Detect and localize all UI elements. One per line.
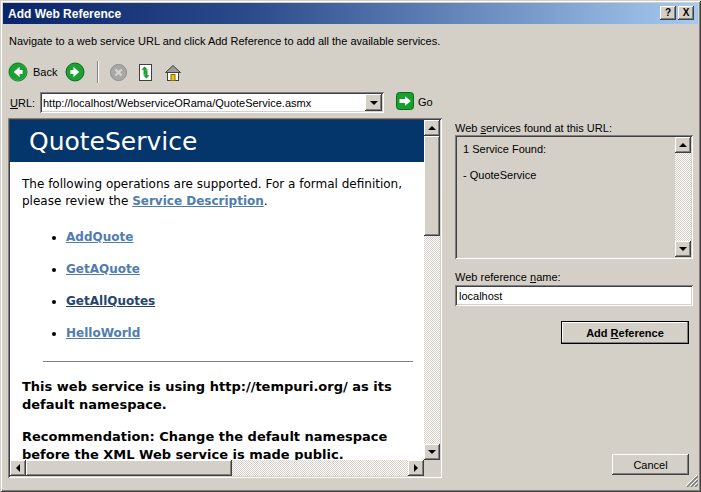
- service-help-page: QuoteService The following operations ar…: [10, 120, 424, 460]
- back-icon: [8, 62, 28, 82]
- arrow-right-icon: [414, 464, 418, 472]
- scroll-down-button[interactable]: [424, 444, 440, 460]
- forward-button[interactable]: [65, 62, 85, 82]
- dialog-instruction: Navigate to a web service URL and click …: [9, 35, 440, 47]
- operation-item: AddQuote: [66, 230, 424, 244]
- toolbar-separator: [97, 61, 99, 83]
- reference-name-label: Web reference name:: [455, 271, 561, 283]
- stop-button: [109, 63, 128, 82]
- close-button[interactable]: X: [678, 6, 694, 20]
- service-list-item[interactable]: - QuoteService: [463, 169, 671, 182]
- listbox-scrollbar[interactable]: [675, 137, 691, 257]
- stop-icon: [109, 63, 128, 82]
- title-bar[interactable]: Add Web Reference ? X: [3, 3, 698, 24]
- horizontal-scrollbar[interactable]: [10, 460, 424, 476]
- operations-list: AddQuote GetAQuote GetAllQuotes HelloWor…: [10, 230, 424, 340]
- help-button[interactable]: ?: [660, 6, 676, 20]
- service-title-banner: QuoteService: [10, 120, 424, 162]
- scroll-right-button[interactable]: [408, 460, 424, 476]
- operation-item: GetAQuote: [66, 262, 424, 276]
- arrow-left-icon: [16, 464, 20, 472]
- operation-item: GetAllQuotes: [66, 294, 424, 308]
- operation-link-addquote[interactable]: AddQuote: [66, 230, 133, 244]
- operation-item: HelloWorld: [66, 326, 424, 340]
- back-button[interactable]: Back: [8, 62, 57, 82]
- vertical-scrollbar[interactable]: [424, 120, 440, 460]
- namespace-heading: This web service is using http://tempuri…: [22, 378, 410, 414]
- url-combobox[interactable]: [40, 92, 384, 113]
- add-web-reference-dialog: Add Web Reference ? X Navigate to a web …: [0, 0, 701, 492]
- resize-grip-icon[interactable]: [685, 474, 698, 489]
- browser-toolbar: Back: [8, 59, 191, 85]
- add-reference-button[interactable]: Add Reference: [561, 321, 689, 344]
- services-found-listbox[interactable]: 1 Service Found: - QuoteService: [455, 135, 693, 259]
- scroll-up-button[interactable]: [675, 137, 691, 153]
- home-icon: [163, 63, 183, 82]
- cancel-button[interactable]: Cancel: [612, 454, 689, 475]
- go-icon: [396, 92, 414, 112]
- recommendation-heading: Recommendation: Change the default names…: [22, 428, 410, 460]
- home-button[interactable]: [163, 63, 183, 82]
- service-description-link[interactable]: Service Description: [132, 194, 264, 208]
- arrow-up-icon: [679, 143, 687, 147]
- back-label: Back: [33, 66, 57, 78]
- reference-name-field-frame: [455, 285, 693, 306]
- services-found-summary: 1 Service Found:: [463, 143, 671, 156]
- operation-link-getaquote[interactable]: GetAQuote: [66, 262, 140, 276]
- operation-link-helloworld[interactable]: HelloWorld: [66, 326, 140, 340]
- url-dropdown-button[interactable]: [365, 94, 382, 111]
- url-input[interactable]: [43, 95, 363, 110]
- scroll-up-button[interactable]: [424, 120, 440, 136]
- go-button[interactable]: Go: [396, 92, 433, 112]
- scroll-thumb[interactable]: [424, 136, 440, 236]
- arrow-up-icon: [428, 126, 436, 130]
- refresh-button[interactable]: [136, 63, 155, 82]
- scrollbar-corner: [424, 460, 440, 476]
- service-preview-pane: QuoteService The following operations ar…: [8, 118, 442, 478]
- url-label: URL:: [10, 97, 35, 109]
- reference-name-input[interactable]: [459, 288, 689, 303]
- scroll-left-button[interactable]: [10, 460, 26, 476]
- operation-link-getallquotes[interactable]: GetAllQuotes: [66, 294, 155, 308]
- refresh-icon: [136, 63, 155, 82]
- forward-icon: [65, 62, 85, 82]
- scroll-down-button[interactable]: [675, 241, 691, 257]
- services-found-label: Web services found at this URL:: [455, 122, 612, 134]
- scroll-thumb[interactable]: [26, 460, 232, 476]
- divider: [43, 361, 413, 362]
- arrow-down-icon: [679, 247, 687, 251]
- scroll-track[interactable]: [675, 153, 691, 241]
- chevron-down-icon: [370, 101, 378, 105]
- operations-intro: The following operations are supported. …: [22, 176, 414, 210]
- go-label: Go: [418, 96, 433, 108]
- window-title: Add Web Reference: [8, 7, 121, 21]
- arrow-down-icon: [428, 450, 436, 454]
